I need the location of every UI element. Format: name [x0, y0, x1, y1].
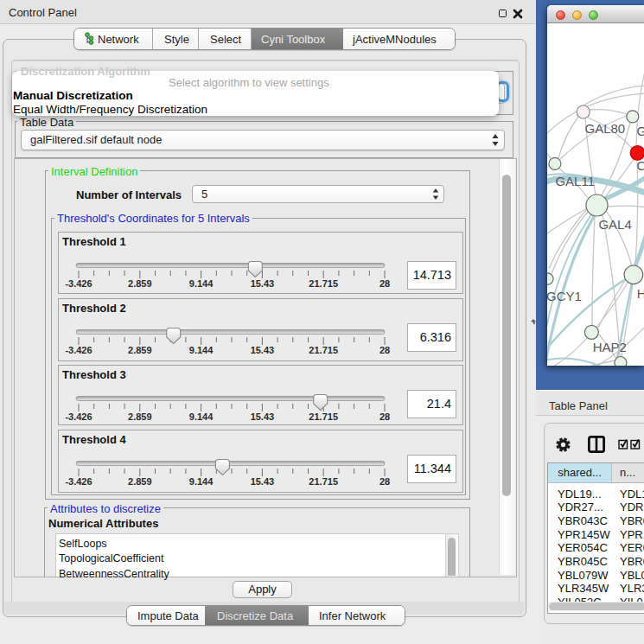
svg-text:-3.426: -3.426: [65, 476, 92, 487]
svg-text:9.144: 9.144: [189, 345, 214, 355]
svg-text:9.144: 9.144: [189, 411, 214, 422]
svg-text:28: 28: [379, 345, 390, 355]
svg-text:15.43: 15.43: [251, 476, 275, 487]
svg-text:15.43: 15.43: [251, 278, 275, 289]
svg-text:GCY1: GCY1: [547, 289, 582, 303]
svg-text:-3.426: -3.426: [65, 411, 92, 422]
svg-text:28: 28: [379, 476, 390, 487]
svg-text:H: H: [637, 286, 644, 301]
svg-text:GAL11: GAL11: [555, 174, 595, 188]
svg-text:2.859: 2.859: [128, 345, 152, 355]
svg-text:21.715: 21.715: [309, 278, 338, 289]
svg-text:9.144: 9.144: [189, 476, 214, 487]
svg-text:C: C: [637, 158, 644, 173]
svg-text:HAP2: HAP2: [593, 340, 627, 354]
svg-text:9.144: 9.144: [189, 278, 214, 289]
svg-text:GAL1: GAL1: [637, 124, 644, 138]
svg-text:15.43: 15.43: [251, 345, 275, 355]
svg-text:-3.426: -3.426: [65, 278, 92, 289]
svg-text:21.715: 21.715: [309, 411, 338, 422]
svg-text:2.859: 2.859: [128, 278, 152, 289]
svg-text:2.859: 2.859: [128, 411, 152, 422]
svg-text:21.715: 21.715: [309, 345, 338, 355]
svg-text:2.859: 2.859: [128, 476, 152, 487]
svg-text:28: 28: [379, 411, 390, 422]
svg-text:15.43: 15.43: [251, 411, 275, 422]
svg-text:GAL4: GAL4: [598, 217, 631, 232]
svg-text:-3.426: -3.426: [65, 345, 92, 355]
svg-text:28: 28: [379, 278, 390, 289]
svg-text:21.715: 21.715: [309, 476, 338, 487]
svg-text:GAL80: GAL80: [585, 121, 626, 136]
